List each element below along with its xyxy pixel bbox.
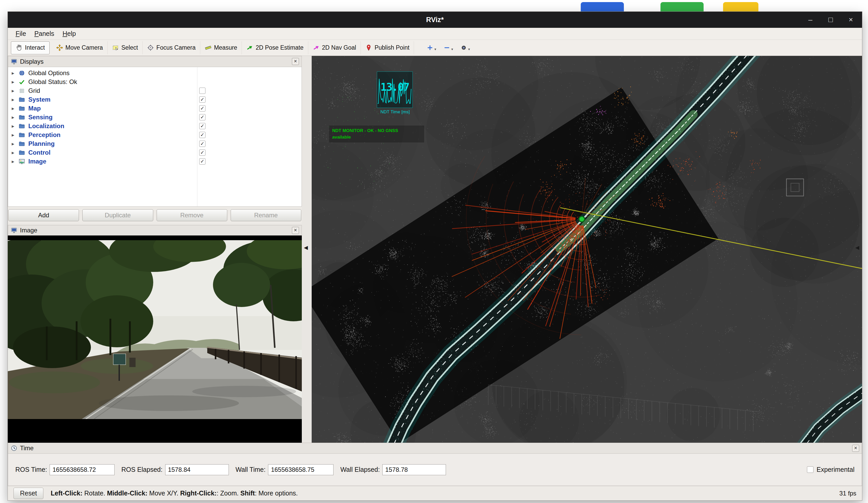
tree-item-global-options[interactable]: ▶Global Options bbox=[8, 69, 301, 78]
tree-item-checkbox[interactable]: ✓ bbox=[199, 105, 205, 111]
tool-2d-pose-estimate-button[interactable]: 2D Pose Estimate bbox=[242, 41, 308, 54]
left-splitter-collapse-icon[interactable]: ◀ bbox=[304, 244, 308, 251]
reset-button[interactable]: Reset bbox=[13, 488, 43, 499]
tool-label: 2D Pose Estimate bbox=[256, 44, 303, 51]
toolbar-zoom-out-button[interactable]: ▾ bbox=[443, 44, 453, 51]
time-field-input-ros-time[interactable] bbox=[50, 464, 115, 475]
tree-item-grid[interactable]: ▶Grid bbox=[8, 86, 301, 95]
tree-item-image[interactable]: ▶Image✓ bbox=[8, 157, 301, 166]
fps-counter: 31 fps bbox=[839, 490, 856, 497]
tree-item-checkbox[interactable]: ✓ bbox=[199, 141, 205, 147]
toolbar-zoom-in-button[interactable]: ▾ bbox=[426, 44, 436, 51]
tool-move-camera-button[interactable]: Move Camera bbox=[52, 41, 107, 54]
tree-item-checkbox[interactable]: ✓ bbox=[199, 97, 205, 103]
rename-button[interactable]: Rename bbox=[231, 209, 301, 221]
close-button[interactable]: × bbox=[846, 16, 855, 24]
tool-label: 2D Nav Goal bbox=[322, 44, 356, 51]
help-text-part: Move X/Y. bbox=[147, 490, 180, 497]
time-field-input-wall-time[interactable] bbox=[268, 464, 333, 475]
toolbar-view-buttons: ▾▾▾ bbox=[426, 44, 470, 51]
tree-item-global-status-ok[interactable]: ▶Global Status: Ok bbox=[8, 78, 301, 86]
ndt-monitor-line1: NDT MONITOR - OK - NO GNSS bbox=[332, 128, 421, 134]
tree-item-control[interactable]: ▶Control✓ bbox=[8, 148, 301, 157]
folder-icon bbox=[19, 149, 26, 156]
window-titlebar[interactable]: RViz* –□× bbox=[8, 12, 862, 28]
folder-icon bbox=[19, 114, 26, 121]
tool-label: Publish Point bbox=[374, 44, 409, 51]
time-panel-title: Time bbox=[20, 444, 33, 452]
folder-icon bbox=[19, 96, 26, 103]
tree-item-label: Global Status: Ok bbox=[28, 78, 77, 85]
ndt-time-plot: 13.07 bbox=[377, 71, 413, 108]
tree-item-checkbox[interactable]: ✓ bbox=[199, 150, 205, 156]
maximize-button[interactable]: □ bbox=[826, 16, 835, 24]
experimental-option: Experimental bbox=[807, 466, 855, 473]
help-text-part: Left-Click: bbox=[51, 490, 82, 497]
help-text-part: Shift bbox=[240, 490, 255, 497]
time-field-input-wall-elapsed[interactable] bbox=[382, 464, 446, 475]
menu-help[interactable]: Help bbox=[59, 29, 80, 39]
tool-focus-camera-button[interactable]: Focus Camera bbox=[143, 41, 200, 54]
background-window-tab-green bbox=[661, 2, 704, 12]
expander-icon[interactable]: ▶ bbox=[12, 89, 17, 93]
time-panel-close-icon[interactable]: ✕ bbox=[852, 445, 859, 452]
tool-measure-button[interactable]: Measure bbox=[200, 41, 242, 54]
ndt-time-value: 13.07 bbox=[377, 81, 412, 93]
tree-item-label: Planning bbox=[28, 140, 54, 148]
toolbar-camera-view-button[interactable]: ▾ bbox=[460, 44, 470, 51]
toolbar: InteractMove CameraSelectFocus CameraMea… bbox=[8, 40, 862, 56]
window-controls: –□× bbox=[806, 16, 855, 24]
tree-item-system[interactable]: ▶System✓ bbox=[8, 95, 301, 104]
expander-icon[interactable]: ▶ bbox=[12, 124, 17, 128]
tree-item-checkbox[interactable]: ✓ bbox=[199, 123, 205, 129]
tree-item-planning[interactable]: ▶Planning✓ bbox=[8, 139, 301, 148]
experimental-checkbox[interactable] bbox=[807, 466, 814, 473]
image-panel-titlebar[interactable]: Image ✕ bbox=[8, 225, 302, 235]
minimize-button[interactable]: – bbox=[806, 16, 815, 24]
expander-icon[interactable]: ▶ bbox=[12, 160, 17, 163]
expander-icon[interactable]: ▶ bbox=[12, 151, 17, 155]
3d-viewport[interactable]: 13.07 NDT Time [ms] NDT MONITOR - OK - N… bbox=[312, 56, 862, 443]
remove-button[interactable]: Remove bbox=[157, 209, 227, 221]
expander-icon[interactable]: ▶ bbox=[12, 98, 17, 102]
tool-select-button[interactable]: Select bbox=[107, 41, 143, 54]
time-fields: ROS Time:ROS Elapsed:Wall Time:Wall Elap… bbox=[15, 464, 453, 475]
expander-icon[interactable]: ▶ bbox=[12, 142, 17, 146]
tree-item-checkbox[interactable] bbox=[199, 88, 205, 94]
rviz-window: RViz* –□× FilePanelsHelp InteractMove Ca… bbox=[8, 12, 862, 500]
expander-icon[interactable]: ▶ bbox=[12, 71, 17, 75]
tree-item-localization[interactable]: ▶Localization✓ bbox=[8, 122, 301, 131]
image-panel-title: Image bbox=[20, 227, 38, 234]
menu-bar: FilePanelsHelp bbox=[8, 28, 862, 40]
tree-item-perception[interactable]: ▶Perception✓ bbox=[8, 131, 301, 139]
duplicate-button[interactable]: Duplicate bbox=[82, 209, 153, 221]
displays-panel-titlebar[interactable]: Displays ✕ bbox=[8, 56, 302, 67]
expander-icon[interactable]: ▶ bbox=[12, 133, 17, 137]
menu-file[interactable]: File bbox=[11, 29, 30, 39]
expander-icon[interactable]: ▶ bbox=[12, 80, 17, 84]
displays-panel-close-icon[interactable]: ✕ bbox=[292, 58, 299, 65]
background-window-tab-blue bbox=[581, 2, 624, 12]
left-column: Displays ✕ ▶Global Options▶Global Status… bbox=[8, 56, 302, 443]
displays-buttons-row: AddDuplicateRemoveRename bbox=[8, 207, 302, 223]
add-button[interactable]: Add bbox=[8, 209, 79, 221]
tool-2d-nav-goal-button[interactable]: 2D Nav Goal bbox=[308, 41, 361, 54]
image-panel-close-icon[interactable]: ✕ bbox=[292, 227, 299, 234]
help-text-part: Middle-Click: bbox=[107, 490, 147, 497]
time-field-input-ros-elapsed[interactable] bbox=[165, 464, 229, 475]
time-panel-titlebar[interactable]: Time ✕ bbox=[8, 443, 862, 454]
tree-item-map[interactable]: ▶Map✓ bbox=[8, 104, 301, 113]
tree-item-checkbox[interactable]: ✓ bbox=[199, 114, 205, 120]
mouse-help-text: Left-Click: Rotate. Middle-Click: Move X… bbox=[51, 490, 839, 497]
focus-camera-icon bbox=[147, 44, 154, 51]
folder-icon bbox=[19, 105, 26, 112]
menu-panels[interactable]: Panels bbox=[30, 29, 58, 39]
tree-item-checkbox[interactable]: ✓ bbox=[199, 158, 205, 164]
expander-icon[interactable]: ▶ bbox=[12, 115, 17, 119]
tool-publish-point-button[interactable]: Publish Point bbox=[361, 41, 414, 54]
tree-item-sensing[interactable]: ▶Sensing✓ bbox=[8, 113, 301, 122]
right-splitter-collapse-icon[interactable]: ◀ bbox=[855, 244, 859, 251]
tree-item-checkbox[interactable]: ✓ bbox=[199, 132, 205, 138]
tool-interact-button[interactable]: Interact bbox=[11, 41, 50, 54]
expander-icon[interactable]: ▶ bbox=[12, 107, 17, 110]
